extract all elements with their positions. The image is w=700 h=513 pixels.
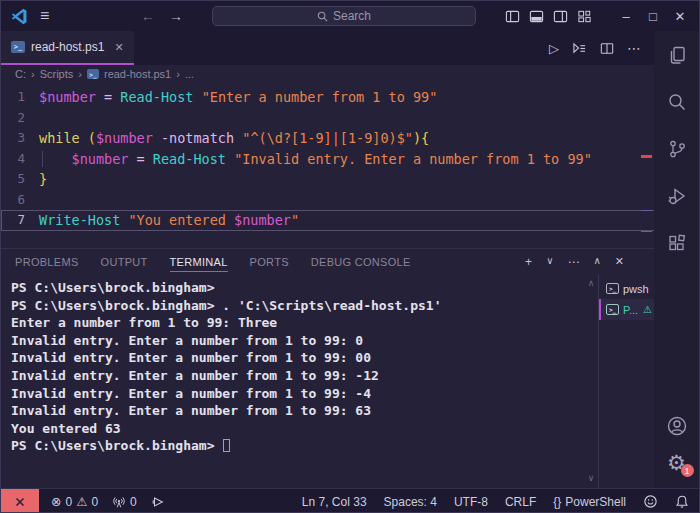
terminal-line: You entered 63 [11, 420, 584, 438]
terminal-list-label: pwsh [623, 283, 649, 295]
breadcrumb-folder[interactable]: Scripts [40, 68, 74, 80]
menu-icon[interactable]: ≡ [40, 7, 49, 25]
feedback-icon[interactable] [643, 494, 658, 509]
tab-read-host[interactable]: >_ read-host.ps1 ✕ [1, 31, 134, 65]
terminal-line: Invalid entry. Enter a number from 1 to … [11, 402, 584, 420]
code-line-2[interactable]: 2 [1, 108, 656, 129]
toggle-secondary-sidebar-icon[interactable] [553, 9, 568, 24]
close-button[interactable]: ✕ [671, 9, 689, 24]
terminal-line: Enter a number from 1 to 99: Three [11, 314, 584, 332]
toggle-sidebar-icon[interactable] [505, 9, 520, 24]
launch-status-icon[interactable] [151, 495, 165, 509]
explorer-icon[interactable] [665, 43, 689, 67]
remote-icon [13, 495, 27, 509]
terminal-line: Invalid entry. Enter a number from 1 to … [11, 367, 584, 385]
powershell-file-icon: >_ [11, 41, 25, 53]
line-number: 7 [1, 210, 39, 231]
titlebar: ≡ ← → Search – □ ✕ [1, 1, 699, 31]
search-sidebar-icon[interactable] [665, 90, 689, 114]
settings-gear-icon[interactable]: ⚙ 1 [665, 450, 689, 474]
tab-label: read-host.ps1 [31, 40, 104, 54]
code-line-3[interactable]: 3while ($number -notmatch "^(\d?[1-9]|[1… [1, 128, 656, 149]
split-editor-icon[interactable] [600, 42, 614, 55]
terminal-list-item-p[interactable]: >_P...⚠ [599, 299, 656, 320]
chevron-right-icon: › [31, 68, 35, 80]
panel-tabs: PROBLEMSOUTPUTTERMINALPORTSDEBUG CONSOLE [15, 252, 411, 272]
line-number: 2 [1, 108, 39, 129]
forward-arrow-icon[interactable]: → [169, 8, 183, 24]
breadcrumb-file[interactable]: read-host.ps1 [104, 68, 171, 80]
back-arrow-icon[interactable]: ← [141, 8, 155, 24]
terminal-output[interactable]: PS C:\Users\brock.bingham>PS C:\Users\br… [1, 275, 584, 488]
activity-bar: ⚙ 1 [654, 31, 699, 488]
line-number: 6 [1, 190, 39, 211]
warning-count: 0 [91, 495, 98, 509]
line-number: 3 [1, 128, 39, 149]
terminal-powershell-icon: >_ [606, 304, 619, 315]
panel-tab-terminal[interactable]: TERMINAL [170, 252, 228, 272]
problems-status[interactable]: ⊗ 0 ⚠ 0 [51, 494, 98, 509]
maximize-panel-icon[interactable]: ∧ [593, 255, 600, 269]
powershell-file-icon: >_ [87, 69, 99, 79]
terminal-list-item-pwsh[interactable]: >_pwsh [599, 278, 656, 299]
notifications-bell-icon[interactable] [675, 494, 689, 509]
remote-indicator[interactable] [1, 489, 39, 513]
terminal-powershell-icon: >_ [606, 283, 619, 294]
panel-tab-problems[interactable]: PROBLEMS [15, 252, 79, 272]
vscode-window: ≡ ← → Search – □ ✕ >_ read-host.ps1 ✕ [0, 0, 700, 513]
terminal-list: >_pwsh>_P...⚠ [598, 275, 656, 488]
maximize-button[interactable]: □ [644, 9, 662, 24]
code-line-4[interactable]: 4 $number = Read-Host "Invalid entry. En… [1, 149, 656, 170]
code-line-5[interactable]: 5} [1, 169, 656, 190]
panel-tab-debug-console[interactable]: DEBUG CONSOLE [311, 252, 411, 272]
terminal-dropdown-icon[interactable]: ∨ [546, 255, 553, 269]
breadcrumb-more[interactable]: ... [185, 68, 194, 80]
language-label: PowerShell [565, 495, 626, 509]
account-icon[interactable] [665, 414, 689, 438]
language-mode[interactable]: {} PowerShell [553, 495, 626, 509]
chevron-right-icon: › [176, 68, 180, 80]
error-count: 0 [65, 495, 72, 509]
panel-more-icon[interactable]: ⋯ [567, 255, 579, 269]
run-in-terminal-icon[interactable] [572, 42, 587, 55]
close-panel-icon[interactable]: ✕ [615, 255, 624, 269]
eol-sequence[interactable]: CRLF [505, 495, 536, 509]
terminal-line: Invalid entry. Enter a number from 1 to … [11, 349, 584, 367]
error-icon: ⊗ [51, 494, 61, 509]
ports-count: 0 [130, 495, 137, 509]
code-line-6[interactable]: 6 [1, 190, 656, 211]
overview-ruler-line-mark [641, 210, 652, 211]
run-debug-icon[interactable] [665, 184, 689, 208]
terminal-cursor [223, 439, 230, 452]
panel-tab-ports[interactable]: PORTS [250, 252, 289, 272]
scroll-up-icon[interactable]: ∧ [588, 278, 595, 288]
source-control-icon[interactable] [665, 137, 689, 161]
encoding[interactable]: UTF-8 [454, 495, 488, 509]
terminal-line: PS C:\Users\brock.bingham> [11, 437, 584, 455]
toggle-panel-icon[interactable] [529, 9, 544, 24]
code-line-1[interactable]: 1$number = Read-Host "Enter a number fro… [1, 87, 656, 108]
ports-status[interactable]: 0 [112, 495, 137, 509]
tab-close-icon[interactable]: ✕ [114, 41, 123, 54]
terminal-line: Invalid entry. Enter a number from 1 to … [11, 385, 584, 403]
code-line-7[interactable]: 7Write-Host "You entered $number" [1, 210, 656, 231]
line-number: 5 [1, 169, 39, 190]
customize-layout-icon[interactable] [577, 9, 592, 24]
extensions-icon[interactable] [665, 231, 689, 255]
panel-tab-output[interactable]: OUTPUT [101, 252, 148, 272]
line-number: 1 [1, 87, 39, 108]
indentation[interactable]: Spaces: 4 [384, 495, 437, 509]
terminal-line: PS C:\Users\brock.bingham> . 'C:\Scripts… [11, 297, 584, 315]
terminal-scrollbar[interactable]: ∧ ∨ [584, 275, 598, 488]
more-actions-icon[interactable]: ⋯ [627, 40, 642, 56]
code-editor[interactable]: 1$number = Read-Host "Enter a number fro… [1, 83, 656, 248]
minimize-button[interactable]: – [617, 9, 635, 24]
terminal-line: PS C:\Users\brock.bingham> [11, 279, 584, 297]
breadcrumb-drive[interactable]: C: [15, 68, 26, 80]
new-terminal-icon[interactable]: + [525, 255, 532, 269]
run-button[interactable]: ▷ [549, 41, 559, 56]
scroll-down-icon[interactable]: ∨ [588, 473, 595, 483]
cursor-position[interactable]: Ln 7, Col 33 [302, 495, 367, 509]
search-input[interactable]: Search [212, 6, 476, 26]
code-lines: 1$number = Read-Host "Enter a number fro… [1, 87, 656, 231]
